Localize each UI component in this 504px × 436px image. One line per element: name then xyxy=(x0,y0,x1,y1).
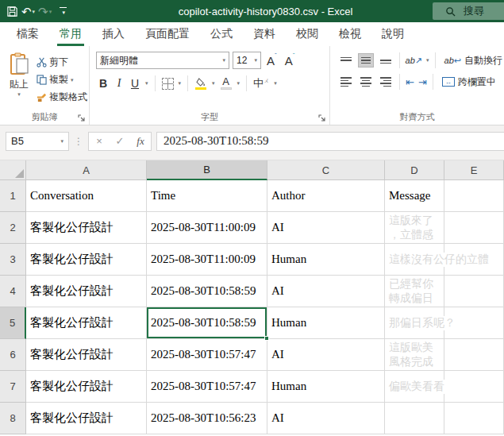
font-dialog-launcher-icon[interactable] xyxy=(318,114,326,122)
column-header-b[interactable]: B xyxy=(147,160,267,180)
cell[interactable]: Human xyxy=(267,244,385,276)
cell[interactable]: AI xyxy=(267,403,385,434)
cell[interactable]: 客製化公仔設計 xyxy=(26,339,147,371)
cell[interactable] xyxy=(444,212,504,244)
tab-data[interactable]: 資料 xyxy=(243,22,286,46)
bold-button[interactable]: B xyxy=(98,77,109,90)
phonetic-dropdown-icon[interactable]: ▾ xyxy=(274,80,277,87)
cell[interactable]: Conversation xyxy=(26,180,147,212)
fill-handle[interactable] xyxy=(264,336,269,341)
cell[interactable] xyxy=(444,276,504,307)
paste-button[interactable]: 貼上 ▾ xyxy=(2,49,37,112)
cell[interactable]: 這版來了 ，立體感 xyxy=(385,212,444,244)
italic-button[interactable]: I xyxy=(113,77,125,90)
format-painter-button[interactable]: 複製格式 xyxy=(37,91,87,104)
cell[interactable]: AI xyxy=(267,276,385,307)
cell[interactable]: 已經幫你 轉成偏日 xyxy=(385,276,444,307)
align-center-button[interactable] xyxy=(358,75,374,89)
cell[interactable]: 2025-08-30T10:57:47 xyxy=(147,339,267,371)
clipboard-dialog-launcher-icon[interactable] xyxy=(78,114,86,122)
column-header-c[interactable]: C xyxy=(267,160,385,180)
tab-view[interactable]: 檢視 xyxy=(329,22,371,46)
copy-button[interactable]: 複製 ▾ xyxy=(37,73,87,87)
tab-help[interactable]: 說明 xyxy=(371,22,414,46)
underline-dropdown-icon[interactable]: ▾ xyxy=(145,80,148,87)
customize-qat-icon[interactable]: ▾ xyxy=(60,7,67,16)
cell[interactable] xyxy=(444,371,504,403)
tab-insert[interactable]: 插入 xyxy=(92,22,135,46)
fill-color-dropdown-icon[interactable]: ▾ xyxy=(212,80,215,87)
cell[interactable]: AI xyxy=(267,339,385,371)
cell[interactable]: 客製化公仔設計 xyxy=(26,244,147,276)
cell[interactable]: Author xyxy=(267,180,385,212)
insert-function-button[interactable]: fx xyxy=(130,135,151,148)
wrap-text-button[interactable]: ab↩ 自動換行 xyxy=(444,54,502,68)
cut-button[interactable]: 剪下 xyxy=(37,56,87,69)
row-header[interactable]: 2 xyxy=(0,212,26,244)
cell[interactable]: Human xyxy=(267,307,385,339)
cell[interactable]: 這版歐美 風格完成 xyxy=(385,339,444,371)
row-header[interactable]: 1 xyxy=(0,180,26,212)
middle-align-button[interactable] xyxy=(358,53,374,68)
row-header[interactable]: 8 xyxy=(0,403,26,434)
bottom-align-button[interactable] xyxy=(378,53,394,68)
column-header-e[interactable]: E xyxy=(444,160,504,180)
phonetic-guide-button[interactable]: 中ㄨ xyxy=(253,76,269,91)
cell[interactable]: 2025-08-30T10:57:47 xyxy=(147,371,267,403)
column-header-d[interactable]: D xyxy=(385,160,444,180)
column-header-a[interactable]: A xyxy=(26,160,147,180)
underline-button[interactable]: U xyxy=(129,77,140,90)
tab-home[interactable]: 常用 xyxy=(49,22,92,46)
paste-dropdown-icon[interactable]: ▾ xyxy=(17,91,21,98)
row-header[interactable]: 7 xyxy=(0,371,26,403)
tab-file[interactable]: 檔案 xyxy=(6,22,49,46)
font-color-dropdown-icon[interactable]: ▾ xyxy=(237,80,240,87)
top-align-button[interactable] xyxy=(338,53,354,68)
row-header[interactable]: 6 xyxy=(0,339,26,371)
cell[interactable]: 客製化公仔設計 xyxy=(26,212,147,244)
merge-center-button[interactable]: ↔ 跨欄置中 xyxy=(442,75,496,89)
name-box[interactable]: B5 ▾ xyxy=(6,132,69,151)
cell[interactable]: 2025-08-30T11:00:09 xyxy=(147,212,267,244)
cell[interactable] xyxy=(444,180,504,212)
row-header[interactable]: 3 xyxy=(0,244,26,276)
cell[interactable]: 2025-08-30T11:00:09 xyxy=(147,244,267,276)
cancel-button[interactable]: × xyxy=(89,135,110,147)
fill-color-button[interactable] xyxy=(194,78,207,90)
formula-input[interactable]: 2025-08-30T10:58:59 xyxy=(156,132,504,151)
cell[interactable] xyxy=(444,339,504,371)
save-icon[interactable] xyxy=(6,6,18,17)
tab-page-layout[interactable]: 頁面配置 xyxy=(135,22,200,46)
increase-font-size-button[interactable]: Aˆ xyxy=(264,54,279,68)
selected-cell[interactable]: 2025-08-30T10:58:59 xyxy=(147,307,267,339)
cell[interactable]: 2025-08-30T10:56:23 xyxy=(147,403,267,434)
cell[interactable]: 偏歐美看看 xyxy=(385,371,444,403)
cell[interactable]: 客製化公仔設計 xyxy=(26,403,147,434)
cell[interactable]: 客製化公仔設計 xyxy=(26,371,147,403)
enter-button[interactable]: ✓ xyxy=(110,135,130,147)
borders-dropdown-icon[interactable]: ▾ xyxy=(179,80,182,87)
decrease-indent-icon[interactable]: ⇤ xyxy=(406,76,414,88)
cell[interactable]: 2025-08-30T10:58:59 xyxy=(147,276,267,307)
cell[interactable] xyxy=(444,403,504,434)
cell[interactable]: 那偏日系呢？ xyxy=(385,307,444,339)
orientation-dropdown-icon[interactable]: ▾ xyxy=(426,57,429,64)
cell[interactable]: AI xyxy=(267,212,385,244)
cell[interactable]: 客製化公仔設計 xyxy=(26,307,147,339)
tab-formulas[interactable]: 公式 xyxy=(200,22,243,46)
align-left-button[interactable] xyxy=(338,75,354,89)
decrease-font-size-button[interactable]: Aˇ xyxy=(283,54,298,68)
cell[interactable]: Message xyxy=(385,180,444,212)
align-right-button[interactable] xyxy=(378,75,394,89)
font-name-combobox[interactable]: 新細明體 ▾ xyxy=(96,52,229,69)
cell[interactable]: 這樣沒有公仔的立體 xyxy=(385,244,444,276)
cell[interactable] xyxy=(385,403,444,434)
cell[interactable]: 客製化公仔設計 xyxy=(26,276,147,307)
redo-button[interactable]: ↷▾ xyxy=(38,6,52,17)
select-all-button[interactable] xyxy=(0,160,26,180)
orientation-button[interactable]: ab↗ xyxy=(406,56,422,66)
row-header[interactable]: 4 xyxy=(0,276,26,307)
undo-button[interactable]: ↶▾ xyxy=(21,6,35,17)
font-size-combobox[interactable]: 12 ▾ xyxy=(233,52,261,69)
cell[interactable]: Human xyxy=(267,371,385,403)
